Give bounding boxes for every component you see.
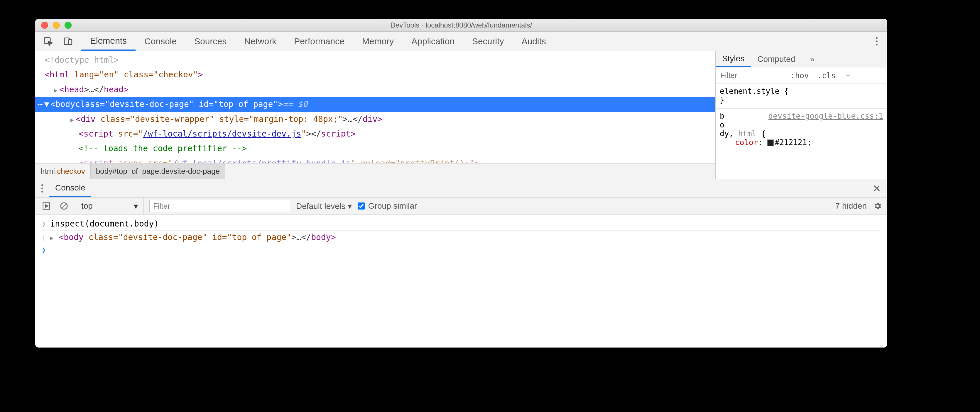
svg-line-11 <box>62 204 66 208</box>
main-area: <!doctype html> <html lang="en" class="c… <box>35 51 887 179</box>
devtools-window: DevTools - localhost:8080/web/fundamenta… <box>35 19 887 347</box>
tab-elements[interactable]: Elements <box>81 32 135 51</box>
tab-application[interactable]: Application <box>402 32 463 51</box>
tab-audits[interactable]: Audits <box>512 32 555 51</box>
console-controls: top▾ Default levels ▾ Group similar 7 hi… <box>35 197 887 215</box>
expand-icon[interactable] <box>70 114 76 124</box>
console-settings-icon[interactable] <box>873 201 882 211</box>
crumb-html[interactable]: html.checkov <box>35 163 91 179</box>
output-chevron-icon: ⟨ <box>42 233 46 241</box>
dom-html[interactable]: <html lang="en" class="checkov"> <box>35 67 715 82</box>
styles-tab[interactable]: Styles <box>716 51 751 67</box>
zoom-window-button[interactable] <box>65 22 72 29</box>
console-prompt[interactable]: ❯ <box>42 244 881 256</box>
tab-sources[interactable]: Sources <box>185 32 235 51</box>
color-swatch[interactable] <box>767 139 774 146</box>
group-similar-checkbox[interactable]: Group similar <box>358 201 417 211</box>
svg-point-4 <box>876 40 878 42</box>
dom-script-1[interactable]: <script src="/wf-local/scripts/devsite-d… <box>70 127 715 141</box>
svg-point-7 <box>41 187 43 189</box>
execute-icon[interactable] <box>40 200 52 212</box>
prompt-chevron-icon: ❯ <box>42 246 46 254</box>
dom-div-wrapper[interactable]: <div class="devsite-wrapper" style="marg… <box>70 112 715 127</box>
close-window-button[interactable] <box>41 22 48 29</box>
styles-rules: element.style { } bdevsite-google-blue.c… <box>716 84 887 179</box>
tab-performance[interactable]: Performance <box>285 32 353 51</box>
styles-filter-input[interactable] <box>716 71 786 80</box>
crumb-body[interactable]: body#top_of_page.devsite-doc-page <box>91 163 225 179</box>
drawer-tab-console[interactable]: Console <box>49 179 91 197</box>
main-toolbar: Elements Console Sources Network Perform… <box>35 32 887 51</box>
dom-doctype[interactable]: <!doctype html> <box>45 55 119 65</box>
cls-button[interactable]: .cls <box>813 67 840 84</box>
tab-memory[interactable]: Memory <box>353 32 402 51</box>
chevron-down-icon: ▾ <box>134 201 138 211</box>
console-output[interactable]: ❯ inspect(document.body) ⟨ <body class="… <box>35 215 887 347</box>
svg-point-8 <box>41 191 43 193</box>
input-chevron-icon: ❯ <box>42 220 46 228</box>
traffic-lights <box>41 22 72 29</box>
source-link[interactable]: devsite-google-blue.css:1 <box>768 112 883 120</box>
window-title: DevTools - localhost:8080/web/fundamenta… <box>391 21 532 29</box>
panel-tabs: Elements Console Sources Network Perform… <box>81 32 555 51</box>
svg-point-3 <box>876 37 878 39</box>
device-toggle-icon[interactable] <box>62 35 74 47</box>
svg-point-5 <box>876 44 878 46</box>
dom-head[interactable]: <head>…</head> <box>35 82 715 97</box>
hov-button[interactable]: :hov <box>786 67 813 84</box>
tab-security[interactable]: Security <box>463 32 512 51</box>
ellipsis-icon[interactable]: ⋯ <box>38 97 43 112</box>
tab-network[interactable]: Network <box>235 32 285 51</box>
chevron-down-icon: ▾ <box>348 201 352 211</box>
clear-console-icon[interactable] <box>58 200 70 212</box>
more-menu-icon[interactable] <box>871 35 883 47</box>
svg-rect-2 <box>68 40 72 44</box>
breadcrumb: html.checkov body#top_of_page.devsite-do… <box>35 163 715 179</box>
inspect-element-icon[interactable] <box>42 35 54 47</box>
elements-panel: <!doctype html> <html lang="en" class="c… <box>35 51 715 179</box>
svg-point-6 <box>41 184 43 186</box>
console-row[interactable]: ⟨ <body class="devsite-doc-page" id="top… <box>42 230 881 244</box>
dom-comment[interactable]: <!-- loads the code prettifier --> <box>70 141 715 156</box>
more-tabs-icon[interactable]: » <box>803 51 821 67</box>
context-selector[interactable]: top▾ <box>76 198 143 214</box>
computed-tab[interactable]: Computed <box>751 51 802 67</box>
minimize-window-button[interactable] <box>53 22 60 29</box>
dom-tree[interactable]: <!doctype html> <html lang="en" class="c… <box>35 51 715 163</box>
rule-body-html[interactable]: bdevsite-google-blue.css:1 o dy, html { … <box>720 112 883 147</box>
titlebar: DevTools - localhost:8080/web/fundamenta… <box>35 19 887 32</box>
drawer-menu-icon[interactable] <box>35 184 49 193</box>
expand-icon[interactable] <box>54 85 59 94</box>
styles-panel: Styles Computed » :hov .cls ＋ element.st… <box>715 51 887 179</box>
expand-icon[interactable] <box>50 232 54 242</box>
tab-console[interactable]: Console <box>135 32 185 51</box>
new-rule-button[interactable]: ＋ <box>840 67 856 84</box>
log-levels-dropdown[interactable]: Default levels ▾ <box>296 201 352 211</box>
dom-body-selected[interactable]: ⋯ ▼ <body class="devsite-doc-page" id="t… <box>35 97 715 112</box>
console-filter-input[interactable] <box>150 200 290 212</box>
dom-script-2[interactable]: <script async src="/wf-local/scripts/pre… <box>70 156 715 163</box>
collapse-icon[interactable]: ▼ <box>44 97 49 112</box>
console-row[interactable]: ❯ inspect(document.body) <box>42 217 881 230</box>
hidden-count[interactable]: 7 hidden <box>835 201 867 211</box>
rule-element-style[interactable]: element.style { } <box>720 87 883 104</box>
console-drawer-header: Console ✕ <box>35 179 887 197</box>
close-drawer-icon[interactable]: ✕ <box>866 182 887 194</box>
